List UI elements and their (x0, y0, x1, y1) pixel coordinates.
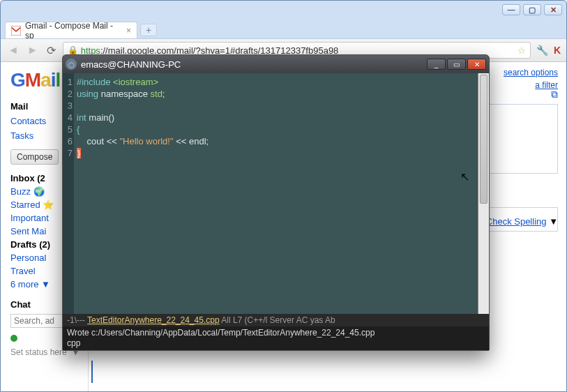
emacs-modeline: -1\--- TextEditorAnywhere_22_24_45.cpp A… (63, 314, 489, 326)
emacs-close-button[interactable]: ✕ (467, 59, 486, 70)
window-minimize-button[interactable]: — (502, 4, 520, 15)
emacs-window[interactable]: ◌ emacs@CHANNING-PC _ ▭ ✕ 1 2 3 4 5 6 7 … (62, 54, 490, 351)
search-options-link[interactable]: search options (504, 68, 558, 77)
window-close-button[interactable]: ✕ (544, 4, 562, 15)
tab-strip: Gmail - Compose Mail - sp × + (5, 19, 566, 38)
emacs-app-icon: ◌ (66, 59, 77, 70)
browser-tab[interactable]: Gmail - Compose Mail - sp × (5, 22, 137, 38)
compose-button[interactable]: Compose (10, 149, 59, 165)
gmail-favicon-icon (11, 26, 21, 36)
scrollbar-thumb[interactable] (480, 75, 487, 204)
wrench-icon[interactable]: 🔧 (536, 45, 548, 56)
reload-icon[interactable]: ⟳ (45, 44, 57, 57)
editor-scrollbar[interactable] (478, 73, 489, 314)
right-links: search options a filter (504, 66, 558, 91)
emacs-minibuffer[interactable]: Wrote c:/Users/Channing/AppData/Local/Te… (63, 326, 489, 350)
kaspersky-icon[interactable]: K (554, 45, 561, 56)
separator (91, 361, 123, 383)
emacs-maximize-button[interactable]: ▭ (447, 59, 466, 70)
popout-icon[interactable]: ⧉ (551, 89, 558, 100)
emacs-minimize-button[interactable]: _ (427, 59, 446, 70)
status-dot-icon[interactable] (10, 335, 17, 342)
check-spelling-link[interactable]: Check Spelling (486, 216, 547, 227)
tab-title: Gmail - Compose Mail - sp (25, 21, 122, 40)
modeline-filename: TextEditorAnywhere_22_24_45.cpp (87, 315, 219, 325)
back-icon[interactable]: ◄ (6, 44, 20, 56)
window-maximize-button[interactable]: ▢ (523, 4, 541, 15)
forward-icon[interactable]: ► (26, 44, 40, 56)
lock-icon: 🔒 (68, 45, 78, 55)
line-gutter: 1 2 3 4 5 6 7 (63, 73, 74, 314)
tab-close-icon[interactable]: × (126, 26, 131, 36)
bookmark-star-icon[interactable]: ☆ (517, 45, 526, 56)
window-titlebar[interactable]: — ▢ ✕ (1, 1, 566, 19)
new-tab-button[interactable]: + (140, 24, 157, 36)
emacs-title-text: emacs@CHANNING-PC (81, 59, 181, 70)
emacs-body: 1 2 3 4 5 6 7 #include <iostream> using … (63, 73, 489, 314)
code-editor[interactable]: #include <iostream> using namespace std;… (74, 73, 478, 314)
emacs-titlebar[interactable]: ◌ emacs@CHANNING-PC _ ▭ ✕ (63, 55, 489, 73)
chevron-down-icon[interactable]: ▼ (549, 216, 558, 227)
